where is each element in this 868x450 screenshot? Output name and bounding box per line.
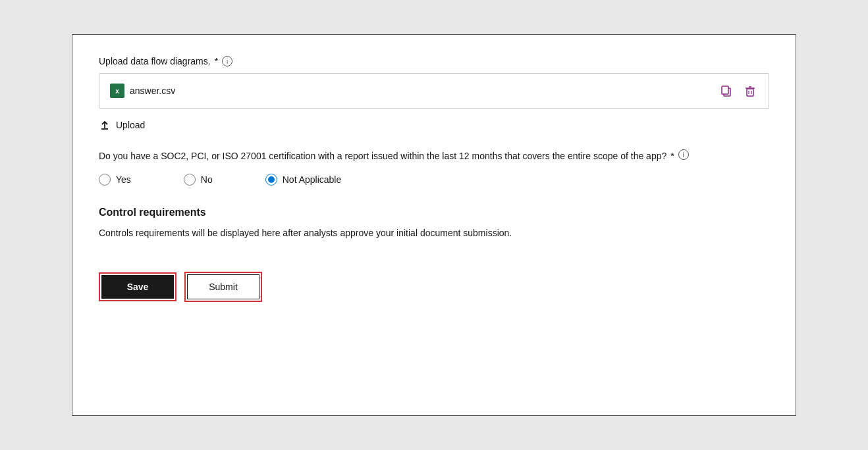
upload-arrow-icon <box>99 119 111 131</box>
radio-yes[interactable] <box>99 174 111 186</box>
radio-yes-label: Yes <box>116 174 131 185</box>
radio-not-applicable-label: Not Applicable <box>283 174 342 185</box>
control-requirements-section: Control requirements Controls requiremen… <box>99 207 769 240</box>
file-actions <box>719 83 758 99</box>
question-text: Do you have a SOC2, PCI, or ISO 27001 ce… <box>99 149 769 163</box>
question-info-icon[interactable]: i <box>678 149 689 160</box>
svg-rect-1 <box>722 86 728 94</box>
delete-file-button[interactable] <box>742 83 758 99</box>
submit-button-wrapper: Submit <box>184 272 262 302</box>
radio-not-applicable[interactable] <box>265 174 277 186</box>
upload-button[interactable]: Upload <box>99 116 145 134</box>
upload-required-marker: * <box>215 56 218 66</box>
copy-file-button[interactable] <box>719 83 734 99</box>
upload-info-icon[interactable]: i <box>222 56 232 66</box>
radio-no-label: No <box>201 174 213 185</box>
page-container: Upload data flow diagrams. * i x answer.… <box>0 0 868 450</box>
save-button[interactable]: Save <box>101 275 174 299</box>
upload-label: Upload data flow diagrams. * i <box>99 56 769 66</box>
control-requirements-description: Controls requirements will be displayed … <box>99 226 769 240</box>
question-text-content: Do you have a SOC2, PCI, or ISO 27001 ce… <box>99 149 666 163</box>
svg-rect-2 <box>747 89 753 96</box>
file-name: answer.csv <box>130 86 175 96</box>
radio-group: Yes No Not Applicable <box>99 174 769 186</box>
file-info: x answer.csv <box>110 84 175 98</box>
radio-option-not-applicable[interactable]: Not Applicable <box>265 174 342 186</box>
save-button-wrapper: Save <box>99 272 176 301</box>
radio-no[interactable] <box>184 174 196 186</box>
question-required-marker: * <box>670 149 674 163</box>
file-upload-box: x answer.csv <box>99 73 769 109</box>
button-group: Save Submit <box>99 272 769 302</box>
control-requirements-title: Control requirements <box>99 207 769 218</box>
submit-button[interactable]: Submit <box>187 274 259 299</box>
excel-icon: x <box>110 84 124 98</box>
upload-label-text: Upload data flow diagrams. <box>99 56 211 66</box>
upload-button-label: Upload <box>116 120 145 130</box>
main-card: Upload data flow diagrams. * i x answer.… <box>72 34 796 416</box>
radio-option-yes[interactable]: Yes <box>99 174 131 186</box>
radio-option-no[interactable]: No <box>184 174 213 186</box>
